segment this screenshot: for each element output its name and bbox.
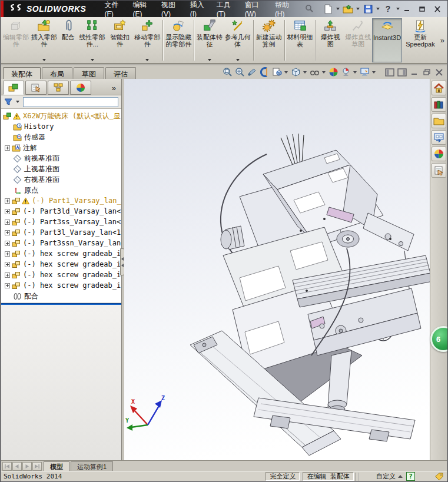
dropdown-icon[interactable] [353, 71, 357, 74]
zoom-to-area-icon[interactable] [234, 67, 245, 78]
tab-assembly[interactable]: 装配体 [3, 67, 41, 79]
restore-button[interactable] [417, 4, 427, 14]
tab-layout[interactable]: 布局 [42, 67, 72, 79]
expand-icon[interactable] [5, 251, 10, 257]
tree-item-hex-screw-1[interactable]: (-) hex screw gradeab_isog [3, 248, 121, 259]
file-explorer-button[interactable] [432, 114, 446, 128]
dropdown-icon[interactable] [372, 71, 376, 74]
tab-sketch[interactable]: 草图 [74, 67, 104, 79]
tree-item-origin[interactable]: 原点 [3, 185, 121, 195]
units-custom-label[interactable]: 自定义 [376, 472, 396, 481]
help-dropdown-icon[interactable] [396, 8, 400, 10]
tab-property-manager[interactable] [25, 81, 47, 95]
solidworks-resources-button[interactable] [432, 81, 446, 95]
bill-of-materials-button[interactable]: 材料明细表 [286, 18, 314, 62]
dropdown-icon[interactable] [91, 59, 94, 61]
explode-line-sketch-button[interactable]: 爆炸直线草图 [344, 18, 372, 62]
graphics-viewport[interactable]: X Y Z [124, 79, 430, 460]
section-view-icon[interactable] [258, 67, 270, 78]
open-icon[interactable] [342, 3, 354, 15]
tab-display-manager[interactable] [70, 81, 91, 95]
show-left-pane-icon[interactable] [384, 67, 396, 78]
view-orientation-icon[interactable] [271, 67, 283, 78]
filter-dropdown-icon[interactable] [16, 101, 19, 103]
hide-show-items-icon[interactable] [308, 67, 320, 78]
viewport-3d-model[interactable]: X Y Z [124, 79, 430, 460]
apply-scene-icon[interactable] [340, 67, 351, 78]
save-icon[interactable] [362, 3, 374, 15]
close-document-icon[interactable] [433, 67, 445, 78]
view-settings-icon[interactable] [359, 67, 370, 78]
filter-funnel-icon[interactable] [4, 98, 12, 106]
close-button[interactable] [432, 4, 443, 14]
tab-evaluate[interactable]: 评估 [105, 67, 136, 79]
dropdown-icon[interactable] [208, 59, 211, 61]
toolbar-overflow-button[interactable]: » [439, 18, 446, 62]
minimize-button[interactable] [401, 4, 412, 14]
expand-icon[interactable] [5, 262, 10, 267]
expand-icon[interactable] [5, 198, 10, 204]
next-tab-button[interactable] [22, 462, 32, 471]
expand-up-icon[interactable] [398, 475, 403, 478]
new-dropdown-icon[interactable] [336, 8, 340, 10]
dropdown-icon[interactable] [322, 71, 326, 74]
assembly-features-button[interactable]: 装配体特征 [195, 18, 224, 62]
expand-icon[interactable] [5, 220, 10, 225]
tree-item-part3ss[interactable]: (-) Part3ss_Varsay_lan<1> [3, 217, 121, 227]
expand-icon[interactable] [5, 209, 10, 214]
last-tab-button[interactable] [32, 462, 42, 471]
tree-item-hex-screw-2[interactable]: (-) hex screw gradeab_isog [3, 259, 121, 270]
tab-configuration-manager[interactable] [48, 81, 69, 95]
tree-item-part3ssn[interactable]: (-) Part3ssn_Varsay_lan<1> [3, 238, 121, 248]
save-dropdown-icon[interactable] [376, 8, 380, 10]
tree-item-root-assembly[interactable]: X62W万能铣床 (默认<默认_显 [3, 111, 121, 121]
tree-item-history[interactable]: History [3, 121, 121, 132]
dropdown-icon[interactable] [303, 71, 307, 74]
update-speedpak-button[interactable]: 更新Speedpak [402, 18, 439, 62]
insert-component-button[interactable]: 插入零部件 [30, 18, 58, 62]
expand-icon[interactable] [5, 241, 10, 246]
tree-item-annotations[interactable]: 注解 [3, 142, 121, 153]
expand-icon[interactable] [5, 283, 10, 288]
edit-component-button[interactable]: 编辑零部件 [2, 18, 30, 62]
show-hidden-components-button[interactable]: 显示隐藏的零部件 [164, 18, 193, 62]
reference-geometry-button[interactable]: 参考几何体 [224, 18, 252, 62]
exploded-view-button[interactable]: 爆炸视图 [317, 18, 344, 62]
tree-item-right-plane[interactable]: 右视基准面 [3, 174, 121, 185]
tag-icon[interactable] [435, 473, 443, 481]
previous-view-icon[interactable] [246, 67, 258, 78]
new-motion-study-button[interactable]: 新建运动算例 [255, 18, 283, 62]
first-tab-button[interactable] [2, 462, 12, 471]
tab-model[interactable]: 模型 [44, 461, 69, 471]
help-icon[interactable]: ? [382, 3, 394, 15]
panel-tabs-overflow-button[interactable]: » [108, 84, 120, 95]
dropdown-icon[interactable] [42, 59, 46, 61]
new-document-icon[interactable] [322, 3, 334, 15]
minimize-document-icon[interactable] [409, 67, 420, 78]
show-right-pane-icon[interactable] [396, 67, 408, 78]
dropdown-icon[interactable] [236, 59, 240, 61]
dropdown-icon[interactable] [284, 71, 288, 74]
expand-icon[interactable] [5, 145, 10, 151]
tree-item-part1[interactable]: (-) Part1_Varsay_lan_As [3, 195, 121, 206]
view-palette-button[interactable] [432, 130, 446, 145]
tree-item-hex-screw-4[interactable]: (-) hex screw gradeab_isog [3, 280, 121, 291]
tree-item-top-plane[interactable]: 上视基准面 [3, 164, 121, 174]
edit-appearance-icon[interactable] [327, 67, 339, 78]
display-style-icon[interactable] [290, 67, 301, 78]
smart-fasteners-button[interactable]: 智能扣件 [107, 18, 134, 62]
open-dropdown-icon[interactable] [356, 8, 360, 10]
design-library-button[interactable] [432, 97, 446, 112]
mate-button[interactable]: 配合 [58, 18, 78, 62]
tree-item-sensors[interactable]: 传感器 [3, 132, 121, 142]
expand-icon[interactable] [5, 272, 10, 278]
tree-item-part3l[interactable]: (-) Part3l_Varsay_lan<1> [3, 227, 121, 238]
tree-item-front-plane[interactable]: 前视基准面 [3, 153, 121, 164]
quick-tips-button[interactable]: ? [406, 472, 415, 481]
linear-component-pattern-button[interactable]: 线性零部件... [78, 18, 107, 62]
instant3d-button[interactable]: Instant3D [372, 18, 402, 62]
tab-motion-study-1[interactable]: 运动算例1 [71, 461, 113, 471]
tree-filter-input[interactable] [23, 97, 118, 107]
restore-document-icon[interactable] [421, 67, 433, 78]
custom-properties-button[interactable] [432, 163, 446, 178]
